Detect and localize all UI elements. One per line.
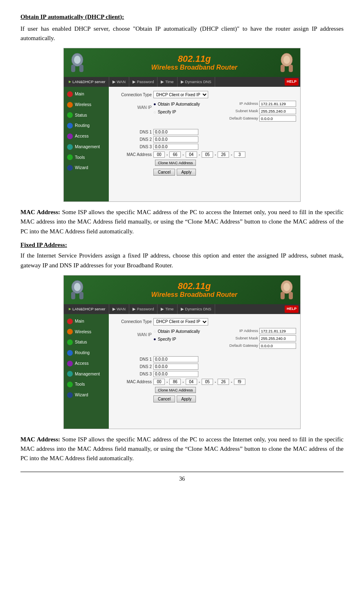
- mac-oct2-2[interactable]: [169, 379, 181, 385]
- sidebar-main-2[interactable]: Main: [64, 316, 109, 327]
- mac-oct5-1[interactable]: [218, 151, 229, 158]
- headset-left-1: [67, 52, 88, 75]
- apply-btn-1[interactable]: Apply: [177, 169, 196, 176]
- router-header-2: 802.11g Wireless Broadband Router: [64, 276, 300, 304]
- conn-type-row-2: Connection Type DHCP Client or Fixed IP: [113, 318, 296, 325]
- gateway-input-1[interactable]: [259, 115, 296, 122]
- sidebar-mgmt-1[interactable]: Management: [64, 142, 109, 152]
- radio-specify-1[interactable]: ○ Specify IP: [153, 109, 200, 116]
- router-main-content-2: Connection Type DHCP Client or Fixed IP …: [109, 314, 300, 429]
- radio-specify-2[interactable]: ● Specify IP: [153, 336, 200, 343]
- radio-obtain-2[interactable]: ○ Obtain IP Automatically: [153, 328, 200, 335]
- dns2-input-1[interactable]: [153, 136, 198, 142]
- router-sidebar-2: Main Wireless Status Routing: [64, 314, 109, 429]
- access-icon-2: [67, 361, 73, 366]
- mac-oct5-2[interactable]: [218, 379, 229, 385]
- conn-type-label-1: Connection Type: [113, 92, 152, 98]
- mac-oct6-1[interactable]: [234, 151, 245, 158]
- sidebar-wireless-2[interactable]: Wireless: [64, 327, 109, 337]
- brand-line2-1: Wireless Broadband Router: [92, 64, 296, 71]
- brand-line1-1: 802.11g: [92, 54, 296, 64]
- sidebar-wireless-1[interactable]: Wireless: [64, 99, 109, 110]
- dns1-input-2[interactable]: [153, 356, 198, 362]
- sidebar-wizard-1[interactable]: Wizard: [64, 163, 109, 173]
- dns3-input-1[interactable]: [153, 144, 198, 150]
- dns3-input-2[interactable]: [153, 371, 198, 377]
- conn-type-label-2: Connection Type: [113, 319, 152, 325]
- mac-oct3-2[interactable]: [186, 379, 197, 385]
- mac-oct4-1[interactable]: [202, 151, 213, 158]
- gateway-input-2[interactable]: [259, 343, 296, 349]
- svg-point-15: [283, 283, 290, 291]
- svg-rect-6: [289, 65, 293, 72]
- router-body-1: Main Wireless Status Routing: [64, 87, 300, 201]
- apply-btn-2[interactable]: Apply: [177, 396, 196, 402]
- ip-address-input-1[interactable]: [259, 101, 296, 107]
- sidebar-access-1[interactable]: Access: [64, 131, 109, 142]
- conn-type-select-1[interactable]: DHCP Client or Fixed IP: [153, 91, 208, 98]
- conn-type-row-1: Connection Type DHCP Client or Fixed IP: [113, 91, 296, 98]
- mac-oct6-2[interactable]: [234, 379, 245, 385]
- wireless-icon-1: [67, 102, 73, 108]
- cancel-btn-2[interactable]: Cancel: [153, 396, 175, 402]
- dns1-input-1[interactable]: [153, 129, 198, 135]
- access-icon-1: [67, 133, 73, 139]
- wizard-icon-2: [67, 392, 73, 398]
- svg-rect-10: [79, 292, 83, 299]
- nav-dns-2[interactable]: ▶ Dynamics DNS: [178, 304, 215, 314]
- ip-fields-2: IP Address Subnet Mask Default Gateway: [227, 328, 296, 349]
- brand-line1-2: 802.11g: [92, 281, 296, 291]
- mgmt-icon-2: [67, 371, 73, 377]
- nav-pwd-1[interactable]: ▶ Password: [129, 77, 157, 87]
- fixed-ip-para: If the Internet Service Providers assign…: [20, 251, 344, 270]
- svg-point-11: [74, 283, 81, 291]
- mac-oct4-2[interactable]: [202, 379, 213, 385]
- ip-address-input-2[interactable]: [259, 328, 296, 334]
- svg-point-3: [74, 56, 81, 64]
- radio-obtain-1[interactable]: ● Obtain IP Automatically: [153, 101, 200, 108]
- sidebar-mgmt-2[interactable]: Management: [64, 369, 109, 380]
- subnet-mask-input-2[interactable]: [259, 335, 296, 341]
- nav-lan-1[interactable]: ▶LAN&DHCP server: [65, 77, 109, 87]
- mac-oct1-1[interactable]: [153, 151, 165, 158]
- help-btn-1[interactable]: HELP: [285, 78, 299, 86]
- ip-fields-1: IP Address Subnet Mask Default Gateway: [227, 101, 296, 122]
- nav-time-2[interactable]: ▶ Time: [157, 304, 177, 314]
- status-icon-2: [67, 339, 73, 345]
- sidebar-access-2[interactable]: Access: [64, 358, 109, 369]
- svg-rect-5: [281, 65, 285, 72]
- mac-para-1: MAC Address: Some ISP allows the specifi…: [20, 208, 344, 236]
- dns2-input-2[interactable]: [153, 364, 198, 370]
- sidebar-status-2[interactable]: Status: [64, 337, 109, 348]
- router-body-2: Main Wireless Status Routing: [64, 314, 300, 429]
- mac-oct2-1[interactable]: [169, 151, 181, 158]
- wireless-icon-2: [67, 329, 73, 335]
- svg-rect-2: [79, 65, 83, 72]
- router-screenshot-2: 802.11g Wireless Broadband Router ▶LAN&D…: [20, 275, 344, 429]
- nav-lan-2[interactable]: ▶LAN&DHCP server: [65, 304, 109, 314]
- mac-oct1-2[interactable]: [153, 379, 165, 385]
- nav-time-1[interactable]: ▶ Time: [157, 77, 177, 87]
- clone-mac-btn-1[interactable]: Clone MAC Address: [155, 160, 196, 166]
- clone-mac-btn-2[interactable]: Clone MAC Address: [155, 387, 196, 393]
- conn-type-select-2[interactable]: DHCP Client or Fixed IP: [153, 318, 208, 325]
- action-btns-1: Cancel Apply: [153, 169, 296, 176]
- subnet-mask-input-1[interactable]: [259, 108, 296, 114]
- router-main-content-1: Connection Type DHCP Client or Fixed IP …: [109, 87, 300, 201]
- sidebar-tools-1[interactable]: Tools: [64, 152, 109, 163]
- sidebar-wizard-2[interactable]: Wizard: [64, 390, 109, 400]
- mac-row-1: MAC Address - - - - -: [113, 151, 296, 158]
- cancel-btn-1[interactable]: Cancel: [153, 169, 175, 176]
- sidebar-main-1[interactable]: Main: [64, 89, 109, 99]
- nav-pwd-2[interactable]: ▶ Password: [129, 304, 157, 314]
- svg-rect-1: [71, 65, 75, 72]
- nav-wan-1[interactable]: ▶ WAN: [109, 77, 129, 87]
- sidebar-routing-1[interactable]: Routing: [64, 120, 109, 131]
- nav-wan-2[interactable]: ▶ WAN: [109, 304, 129, 314]
- sidebar-routing-2[interactable]: Routing: [64, 348, 109, 358]
- help-btn-2[interactable]: HELP: [285, 305, 299, 313]
- sidebar-tools-2[interactable]: Tools: [64, 379, 109, 390]
- mac-oct3-1[interactable]: [186, 151, 197, 158]
- sidebar-status-1[interactable]: Status: [64, 110, 109, 121]
- nav-dns-1[interactable]: ▶ Dynamics DNS: [178, 77, 215, 87]
